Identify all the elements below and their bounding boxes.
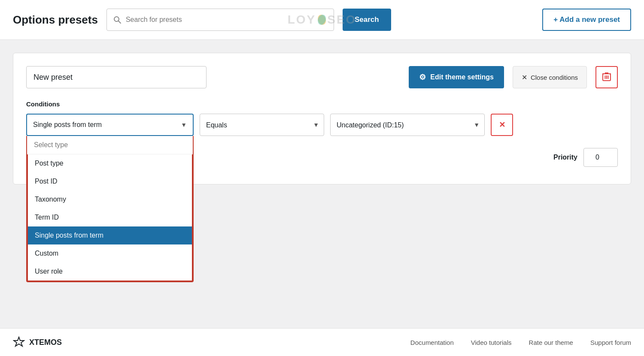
dropdown-option-taxonomy[interactable]: Taxonomy — [28, 190, 192, 208]
main-content: ⚙ Edit theme settings ✕ Close conditions — [0, 40, 644, 315]
conditions-row: Single posts from term ▼ Select type Pos… — [26, 114, 618, 136]
preset-card: ⚙ Edit theme settings ✕ Close conditions — [13, 53, 631, 184]
close-x-icon: ✕ — [499, 120, 505, 130]
equals-dropdown-wrapper: Equals Not equals ▼ — [200, 114, 324, 136]
footer-link-rate-theme[interactable]: Rate our theme — [529, 339, 573, 346]
footer-link-support-forum[interactable]: Support forum — [590, 339, 631, 346]
search-input[interactable] — [126, 16, 328, 24]
xtemos-logo-icon — [13, 336, 25, 348]
footer-link-documentation[interactable]: Documentation — [410, 339, 454, 346]
preset-name-input[interactable] — [26, 66, 207, 88]
edit-theme-button[interactable]: ⚙ Edit theme settings — [409, 66, 504, 88]
add-preset-button[interactable]: + Add a new preset — [542, 9, 631, 31]
gear-icon: ⚙ — [419, 72, 426, 82]
conditions-label: Conditions — [26, 100, 618, 108]
footer-brand: XTEMOS — [13, 336, 62, 348]
condition-type-dropdown[interactable]: Single posts from term ▼ Select type Pos… — [26, 114, 194, 136]
preset-top-row: ⚙ Edit theme settings ✕ Close conditions — [26, 66, 618, 88]
page-title: Options presets — [13, 13, 98, 27]
dropdown-option-placeholder[interactable]: Select type — [27, 136, 193, 154]
condition-type-selected: Single posts from term — [33, 121, 102, 129]
search-icon — [113, 15, 122, 24]
category-dropdown-wrapper: Uncategorized (ID:15) ▼ — [330, 114, 485, 136]
search-bar — [106, 9, 334, 31]
svg-marker-9 — [14, 337, 24, 346]
close-x-icon: ✕ — [522, 73, 527, 81]
condition-type-button[interactable]: Single posts from term ▼ — [26, 114, 194, 136]
equals-dropdown[interactable]: Equals Not equals — [200, 114, 324, 136]
close-conditions-button[interactable]: ✕ Close conditions — [513, 66, 587, 88]
footer-links: Documentation Video tutorials Rate our t… — [410, 339, 631, 346]
edit-theme-label: Edit theme settings — [430, 73, 494, 81]
svg-line-3 — [118, 21, 121, 23]
close-conditions-label: Close conditions — [531, 74, 578, 81]
category-dropdown[interactable]: Uncategorized (ID:15) — [330, 114, 485, 136]
footer: XTEMOS Documentation Video tutorials Rat… — [0, 328, 644, 356]
brand-name: XTEMOS — [29, 338, 62, 347]
dropdown-option-custom[interactable]: Custom — [28, 244, 192, 262]
priority-label: Priority — [553, 154, 577, 161]
delete-condition-button[interactable]: ✕ — [491, 114, 513, 136]
header: Options presets LOY SEO Search + Add a n… — [0, 0, 644, 40]
search-button[interactable]: Search — [343, 9, 391, 31]
footer-link-video-tutorials[interactable]: Video tutorials — [471, 339, 512, 346]
dropdown-option-single-posts[interactable]: Single posts from term — [28, 226, 192, 244]
dropdown-option-post-id[interactable]: Post ID — [28, 172, 192, 190]
delete-preset-button[interactable] — [595, 66, 618, 88]
dropdown-option-post-type[interactable]: Post type — [28, 154, 192, 172]
condition-type-list: Select type Post type Post ID Taxonomy T… — [26, 136, 194, 282]
priority-input[interactable] — [583, 148, 618, 167]
dropdown-option-term-id[interactable]: Term ID — [28, 208, 192, 226]
dropdown-option-user-role[interactable]: User role — [28, 262, 192, 281]
chevron-down-icon: ▼ — [181, 121, 187, 128]
trash-icon — [602, 72, 611, 83]
